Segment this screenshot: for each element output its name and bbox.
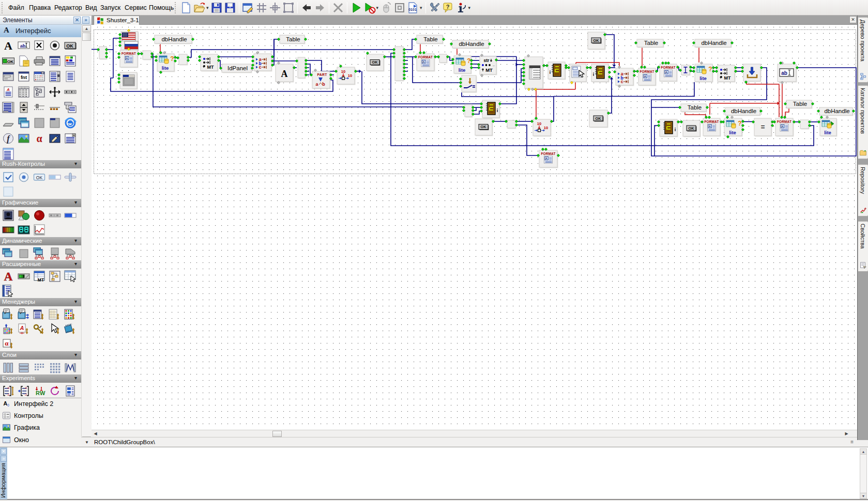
svg-text:FORMAT: FORMAT (661, 66, 675, 69)
svg-text:?: ? (228, 3, 232, 9)
svg-text:A: A (281, 69, 288, 79)
svg-text:R: R (36, 390, 40, 396)
svg-text:10: 10 (348, 73, 352, 78)
svg-text:=: = (760, 123, 765, 131)
svg-text:IdPanel: IdPanel (227, 65, 248, 71)
svg-text:0: 0 (7, 403, 9, 407)
svg-text:-2: -2 (24, 393, 27, 396)
svg-text:MT: MT (485, 67, 493, 73)
svg-text:FORMAT: FORMAT (639, 70, 654, 73)
svg-text:MT: MT (38, 277, 44, 283)
svg-text:A: A (545, 157, 548, 160)
svg-text:?: ? (738, 120, 741, 127)
svg-text:dbHandle: dbHandle (824, 108, 849, 114)
svg-text:dbHandle: dbHandle (459, 41, 484, 47)
svg-text:A: A (781, 125, 784, 128)
svg-text:?: ? (708, 66, 712, 73)
svg-text:10: 10 (537, 121, 541, 126)
svg-text:Table: Table (644, 40, 659, 46)
svg-text:0101: 0101 (408, 8, 417, 11)
svg-text:-0: -0 (24, 386, 27, 389)
svg-text:OK: OK (689, 126, 695, 131)
svg-text:Table: Table (688, 104, 702, 111)
svg-text:FORMAT: FORMAT (121, 52, 136, 55)
svg-text:Table: Table (286, 36, 300, 42)
svg-text:ab: ab (781, 70, 787, 76)
svg-text:OK: OK (66, 43, 73, 49)
svg-text:b: b (322, 82, 325, 87)
svg-text:c: c (259, 65, 262, 70)
svg-text:OK: OK (596, 116, 602, 121)
svg-text:ab: ab (20, 43, 26, 49)
svg-text:FORMAT: FORMAT (541, 152, 555, 155)
svg-text:W: W (40, 390, 45, 396)
svg-text:A: A (422, 60, 425, 64)
svg-text:OK: OK (36, 175, 43, 180)
svg-text:dbHandle: dbHandle (701, 40, 726, 46)
svg-text:dbHandle: dbHandle (731, 108, 756, 114)
svg-text:lite: lite (729, 130, 736, 135)
svg-text:A: A (4, 270, 13, 283)
svg-text:A: A (709, 125, 711, 128)
svg-text:10: 10 (544, 126, 548, 130)
svg-text:Table: Table (793, 101, 808, 107)
svg-text:-0: -0 (7, 386, 10, 389)
svg-text:A: A (20, 325, 24, 331)
svg-text:10: 10 (341, 69, 345, 74)
svg-text:A: A (4, 39, 12, 52)
svg-text:OK: OK (7, 59, 13, 64)
svg-text:..: .. (493, 63, 495, 67)
svg-text:?: ? (170, 55, 174, 62)
svg-text:OK: OK (593, 38, 600, 43)
svg-text:A: A (6, 87, 10, 92)
svg-text:OK: OK (481, 124, 487, 129)
svg-text:OK: OK (372, 60, 378, 65)
svg-text:lite: lite (824, 130, 831, 135)
svg-text:Table: Table (423, 36, 438, 42)
svg-text:A: A (4, 400, 8, 406)
svg-text:PART: PART (317, 73, 327, 76)
svg-text:-2: -2 (7, 393, 10, 396)
svg-text:dbHandle: dbHandle (161, 36, 187, 42)
svg-text:MT: MT (207, 65, 214, 70)
svg-text:lite: lite (699, 75, 707, 81)
svg-text:MT: MT (724, 75, 731, 81)
svg-text:i: i (593, 72, 595, 77)
svg-text:?: ? (467, 57, 470, 65)
svg-text:i: i (550, 70, 551, 75)
svg-text:str: str (484, 58, 490, 63)
svg-text:FORMAT: FORMAT (704, 120, 719, 123)
svg-text:α: α (5, 339, 9, 347)
svg-text:i: i (675, 127, 676, 132)
svg-text:lite: lite (162, 65, 169, 71)
svg-text:α: α (36, 133, 42, 144)
svg-text:?: ? (446, 4, 449, 10)
svg-text:FORMAT: FORMAT (777, 120, 791, 123)
svg-text:FORMAT: FORMAT (418, 55, 433, 59)
svg-text:A: A (665, 71, 668, 74)
svg-text:A: A (126, 57, 128, 60)
svg-text:i: i (497, 108, 498, 113)
svg-text:fnt: fnt (21, 74, 27, 80)
svg-text:A: A (644, 75, 647, 78)
svg-text:lite: lite (459, 67, 466, 73)
svg-text:c: c (621, 79, 623, 84)
